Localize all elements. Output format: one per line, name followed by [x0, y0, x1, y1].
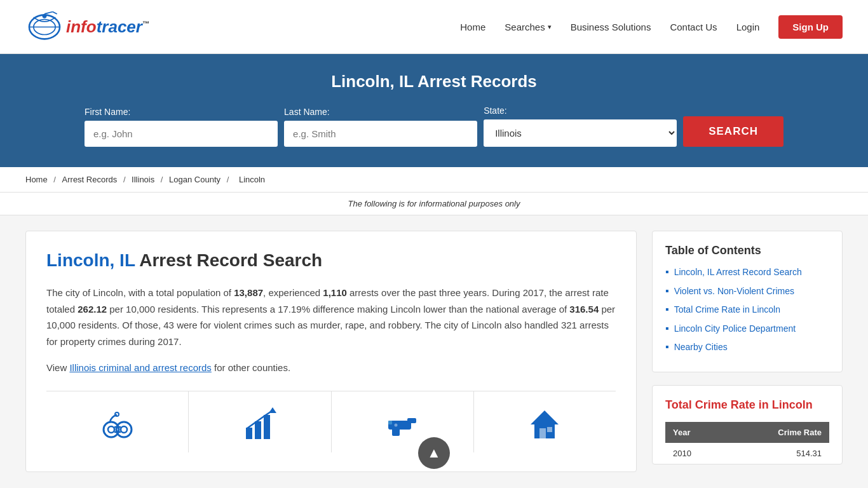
content-right: Table of Contents ▪ Lincoln, IL Arrest R… — [652, 231, 843, 472]
breadcrumb-arrest-records[interactable]: Arrest Records — [62, 175, 118, 184]
svg-point-3 — [43, 13, 47, 18]
state-group: State: AlabamaAlaskaArizonaArkansas Cali… — [484, 105, 677, 147]
heading-rest: Arrest Record Search — [135, 250, 322, 270]
first-name-input[interactable] — [85, 121, 278, 147]
hero-section: Lincoln, IL Arrest Records First Name: L… — [0, 54, 868, 167]
toc-item-2: ▪ Violent vs. Non-Violent Crimes — [665, 285, 829, 298]
svg-point-9 — [121, 426, 127, 433]
hero-title: Lincoln, IL Arrest Records — [25, 72, 843, 92]
svg-rect-19 — [392, 428, 400, 436]
breadcrumb: Home / Arrest Records / Illinois / Logan… — [0, 167, 868, 193]
toc-bullet-1: ▪ — [665, 267, 669, 277]
breadcrumb-sep-1: / — [53, 175, 58, 184]
svg-point-12 — [115, 412, 119, 416]
nav-business-solutions[interactable]: Business Solutions — [571, 22, 651, 32]
toc-link-3[interactable]: Total Crime Rate in Lincoln — [674, 304, 780, 316]
last-name-input[interactable] — [284, 121, 477, 147]
col-rate: Crime Rate — [725, 422, 829, 443]
disclaimer-text: The following is for informational purpo… — [348, 199, 520, 208]
login-button[interactable]: Login — [736, 22, 760, 32]
last-name-group: Last Name: — [284, 107, 477, 147]
breadcrumb-sep-2: / — [123, 175, 128, 184]
toc-box: Table of Contents ▪ Lincoln, IL Arrest R… — [652, 231, 843, 372]
content-left: Lincoln, IL Arrest Record Search The cit… — [25, 231, 637, 472]
col-year: Year — [665, 422, 725, 443]
search-button[interactable]: SEARCH — [683, 116, 783, 147]
gun-icon — [383, 405, 421, 444]
svg-rect-18 — [407, 418, 416, 423]
signup-button[interactable]: Sign Up — [778, 15, 843, 39]
view-link-paragraph: View Illinois criminal and arrest record… — [46, 362, 616, 373]
logo-tracer: tracer — [97, 17, 142, 36]
svg-rect-23 — [539, 428, 546, 438]
svg-rect-24 — [547, 427, 552, 432]
svg-marker-16 — [269, 407, 276, 413]
breadcrumb-sep-3: / — [161, 175, 165, 184]
toc-item-5: ▪ Nearby Cities — [665, 341, 829, 354]
crime-rate-title: Total Crime Rate in Lincoln — [665, 398, 829, 412]
page-heading: Lincoln, IL Arrest Record Search — [46, 250, 616, 271]
breadcrumb-sep-4: / — [227, 175, 231, 184]
illinois-records-link[interactable]: Illinois criminal and arrest records — [69, 362, 211, 373]
icon-police — [332, 391, 474, 452]
svg-point-8 — [108, 426, 114, 433]
first-name-group: First Name: — [85, 107, 278, 147]
breadcrumb-home[interactable]: Home — [25, 175, 48, 184]
svg-rect-13 — [246, 428, 252, 439]
searches-chevron-icon: ▾ — [548, 23, 552, 31]
svg-point-21 — [395, 424, 398, 427]
toc-title: Table of Contents — [665, 244, 829, 257]
svg-rect-20 — [388, 421, 392, 424]
site-header: infotracer™ Home Searches ▾ Business Sol… — [0, 0, 868, 54]
breadcrumb-illinois[interactable]: Illinois — [132, 175, 154, 184]
toc-bullet-4: ▪ — [665, 323, 669, 334]
logo[interactable]: infotracer™ — [25, 10, 149, 44]
state-label: State: — [484, 105, 677, 116]
crime-rate-box: Total Crime Rate in Lincoln Year Crime R… — [652, 385, 843, 464]
toc-link-4[interactable]: Lincoln City Police Department — [674, 323, 796, 336]
svg-line-4 — [44, 11, 53, 13]
breadcrumb-logan-county[interactable]: Logan County — [169, 175, 220, 184]
table-row: 2010 514.31 — [665, 443, 829, 464]
house-icon — [526, 405, 564, 444]
main-nav: Home Searches ▾ Business Solutions Conta… — [460, 15, 843, 39]
icons-row — [46, 391, 616, 452]
cell-rate-2010: 514.31 — [725, 443, 829, 464]
disclaimer-bar: The following is for informational purpo… — [0, 193, 868, 215]
svg-rect-14 — [255, 421, 261, 439]
handcuffs-icon — [98, 405, 137, 444]
intro-paragraph: The city of Lincoln, with a total popula… — [46, 285, 616, 349]
cell-year-2010: 2010 — [665, 443, 725, 464]
crime-rate-table: Year Crime Rate 2010 514.31 — [665, 422, 829, 464]
first-name-label: First Name: — [85, 107, 278, 117]
toc-bullet-5: ▪ — [665, 342, 669, 352]
nav-searches[interactable]: Searches ▾ — [505, 22, 551, 32]
toc-link-1[interactable]: Lincoln, IL Arrest Record Search — [674, 266, 802, 279]
icon-property — [474, 391, 616, 452]
logo-info: info — [66, 17, 97, 36]
toc-item-1: ▪ Lincoln, IL Arrest Record Search — [665, 266, 829, 279]
svg-rect-15 — [264, 415, 270, 439]
icon-arrests — [46, 391, 189, 452]
toc-bullet-2: ▪ — [665, 286, 669, 296]
svg-line-5 — [53, 11, 57, 13]
icon-crime-rate — [189, 391, 331, 452]
toc-bullet-3: ▪ — [665, 304, 669, 315]
nav-home[interactable]: Home — [460, 22, 485, 32]
nav-contact-us[interactable]: Contact Us — [670, 22, 717, 32]
state-select[interactable]: AlabamaAlaskaArizonaArkansas CaliforniaC… — [484, 119, 677, 147]
toc-item-3: ▪ Total Crime Rate in Lincoln — [665, 304, 829, 316]
chevron-up-icon: ▲ — [427, 446, 441, 460]
search-form: First Name: Last Name: State: AlabamaAla… — [85, 105, 783, 147]
logo-tm: ™ — [142, 20, 149, 27]
scroll-to-top-button[interactable]: ▲ — [418, 437, 450, 469]
chart-icon — [241, 405, 279, 444]
last-name-label: Last Name: — [284, 107, 477, 117]
heading-city-state: Lincoln, IL — [46, 250, 135, 270]
breadcrumb-lincoln: Lincoln — [239, 175, 265, 184]
toc-item-4: ▪ Lincoln City Police Department — [665, 323, 829, 336]
toc-link-5[interactable]: Nearby Cities — [674, 341, 728, 354]
toc-link-2[interactable]: Violent vs. Non-Violent Crimes — [674, 285, 794, 298]
